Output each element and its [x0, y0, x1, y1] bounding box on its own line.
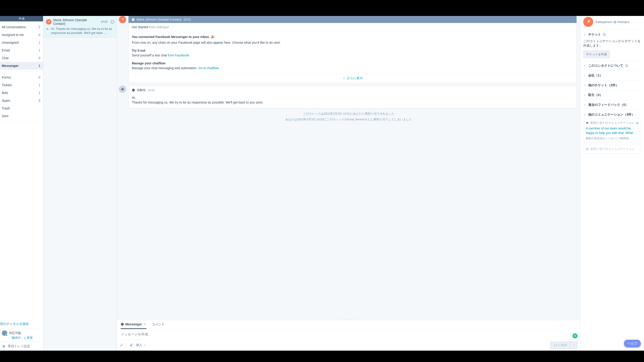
conversation-preview: Hi, Thanks for messaging us. We try to b… — [51, 27, 114, 35]
compose-button[interactable]: 作成 — [0, 16, 43, 21]
nav-forms[interactable]: Forms0 — [0, 73, 43, 81]
conversation-item[interactable]: Maria Johnson (Sample Contact) 4時間 Hi, T… — [43, 16, 117, 37]
nav-label: Sent — [2, 114, 8, 118]
nav-sent[interactable]: Sent — [0, 112, 43, 120]
nav-label: Messenger — [2, 64, 18, 67]
section-header-about[interactable]: このコンタクトについてi — [583, 64, 641, 68]
send-button[interactable]: 1人に送信 — [550, 342, 570, 349]
chevron-down-icon — [143, 323, 146, 326]
section-header-ticket[interactable]: チケット i — [583, 32, 641, 37]
nav-label: Email — [2, 48, 10, 52]
chevron-right-icon — [583, 74, 586, 77]
conversation-time: 4時間 — [101, 20, 108, 24]
messenger-icon — [132, 18, 135, 21]
hubspot-avatar-icon — [119, 16, 126, 23]
nav-tickets[interactable]: Tickets1 — [0, 81, 43, 89]
chevron-right-icon — [583, 64, 586, 67]
change-to-away-link[interactable]: 「離席中」に変更 — [0, 336, 43, 342]
message-meta: 自動化 10:01 — [129, 86, 576, 92]
help-button[interactable]: ヘルプ — [624, 340, 641, 348]
chevron-down-icon — [583, 113, 586, 116]
system-message: このスレッドは2022年2月3日 10:01にあなたに再割り当てされました — [117, 111, 580, 117]
info-icon: i — [625, 64, 628, 67]
chevron-right-icon — [583, 103, 586, 106]
nav-assigned-to-me[interactable]: Assigned to me0 — [0, 31, 43, 39]
status-dot-icon — [6, 334, 8, 336]
nav-count: 3 — [38, 99, 40, 102]
nav-spam[interactable]: Spam3 — [0, 97, 43, 104]
communication-card[interactable]: 未割り当てのコミュニケーション — [583, 145, 641, 154]
system-message: あなたは2022年2月3日 10:03にこのスレッドをEmily Service… — [117, 117, 580, 122]
chevron-down-icon — [572, 343, 576, 346]
nav-email[interactable]: Email1 — [0, 46, 43, 54]
chevron-down-icon — [342, 77, 346, 80]
show-more-button[interactable]: さらに表示 — [129, 74, 576, 83]
thread-header: Maria Johnson (Sample Contact) 10:01 — [128, 16, 576, 23]
section-header-other-tickets[interactable]: 他のチケット（2件） — [583, 83, 641, 87]
nav-bots[interactable]: Bots1 — [0, 89, 43, 97]
contact-header: Salesperson @ HubSpot — [582, 16, 643, 29]
ticket-body-text: このコミュニケーションからチケットを作成します。 — [583, 39, 641, 48]
nav-list: All conversations2 Assigned to me0 Unass… — [0, 21, 43, 319]
nav-count: 1 — [38, 64, 40, 67]
comm-card-title: 未割り当てのコミュニケーション — [590, 121, 635, 125]
create-ticket-button[interactable]: チケットを作成 — [583, 50, 610, 58]
messenger-icon — [110, 20, 114, 24]
nav-label: Chat — [2, 56, 9, 60]
composer-tab-messenger[interactable]: Messenger — [121, 320, 146, 329]
nav-label: Trash — [2, 106, 10, 110]
link-icon[interactable] — [120, 344, 123, 347]
composer-tab-comments[interactable]: コメント — [152, 320, 165, 329]
nav-unassigned[interactable]: Unassigned1 — [0, 39, 43, 46]
right-panel: Salesperson @ HubSpot チケット i このコミュニケーション… — [580, 16, 644, 351]
composer-tabs: Messenger コメント — [117, 320, 580, 329]
nav-count: 2 — [38, 25, 40, 29]
go-to-chatflow-link[interactable]: Go to chatflow — [198, 66, 219, 70]
conversation-list: Maria Johnson (Sample Contact) 4時間 Hi, T… — [43, 16, 117, 351]
nav-count: 0 — [38, 75, 40, 79]
grammarly-icon[interactable]: G — [572, 333, 578, 338]
message-input[interactable] — [121, 332, 576, 336]
nav-trash[interactable]: Trash — [0, 104, 43, 112]
section-other-communications: 他のコミュニケーション（3件） 未割り当てのコミュニケーション A member… — [582, 110, 643, 156]
nav-count: 1 — [38, 41, 40, 44]
section-header-other-comm[interactable]: 他のコミュニケーション（3件） — [583, 113, 641, 117]
nav-count: 0 — [38, 56, 40, 60]
drag-handle-icon[interactable]: :::::::::: — [117, 317, 580, 320]
nav-count: 1 — [38, 83, 40, 87]
hubspot-avatar-icon — [46, 19, 52, 24]
app-frame: 作成 All conversations2 Assigned to me0 Un… — [0, 16, 644, 351]
send-dropdown[interactable] — [570, 342, 578, 349]
communication-card[interactable]: 未割り当てのコミュニケーション A member of our team wou… — [583, 118, 641, 143]
section-header-feedback[interactable]: 過去のフィードバック（0） — [583, 103, 641, 107]
thread-panel: Maria Johnson (Sample Contact) 10:01 Get… — [117, 16, 580, 351]
thread-header-name: Maria Johnson (Sample Contact) — [137, 18, 182, 21]
chevron-down-icon — [583, 33, 586, 36]
message-subject: Get Started from HubSpot — [129, 23, 576, 31]
nav-all-conversations[interactable]: All conversations2 — [0, 23, 43, 31]
section-header-company[interactable]: 会社（1） — [583, 73, 641, 78]
comm-card-meta: 最新の送信済みメッセージ 4時間前 — [586, 136, 639, 140]
message-card: Get Started from HubSpot You connected F… — [128, 23, 576, 83]
comm-card-title: 未割り当てのコミュニケーション — [590, 147, 635, 151]
reply-icon — [46, 27, 49, 30]
attachment-icon[interactable] — [130, 344, 133, 347]
hubspot-avatar-icon — [583, 17, 593, 27]
connect-channel-link[interactable]: 別のチャネルを接続 — [0, 319, 43, 329]
messenger-icon — [121, 323, 124, 326]
nav-label: Assigned to me — [2, 33, 24, 37]
bot-avatar-icon — [119, 85, 126, 93]
section-header-deals[interactable]: 取引（0） — [583, 93, 641, 97]
insert-dropdown[interactable]: 挿入 — [136, 343, 146, 347]
nav-messenger[interactable]: Messenger1 — [0, 62, 43, 70]
inbox-settings-link[interactable]: 受信トレイ設定 — [0, 342, 43, 351]
nav-chat[interactable]: Chat0 — [0, 54, 43, 62]
from-facebook-link[interactable]: from Facebook — [168, 53, 189, 57]
external-link-icon[interactable] — [636, 122, 639, 124]
nav-label: All conversations — [2, 25, 26, 29]
comm-card-body: A member of our team would be happy to h… — [586, 126, 639, 135]
chevron-right-icon — [583, 93, 586, 97]
info-icon: i — [603, 33, 606, 36]
thread-body: Maria Johnson (Sample Contact) 10:01 Get… — [117, 16, 580, 317]
nav-count: 0 — [38, 33, 40, 37]
